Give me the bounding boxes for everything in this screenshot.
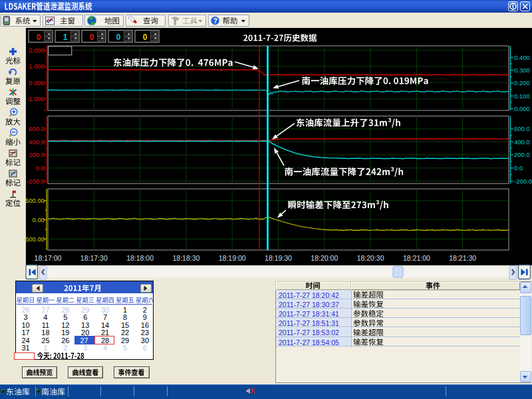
svg-text:600.0: 600.0 bbox=[514, 125, 530, 132]
svg-text:?: ? bbox=[213, 17, 217, 25]
svg-text:18:19:30: 18:19:30 bbox=[265, 254, 292, 262]
svg-text:18:17:30: 18:17:30 bbox=[80, 254, 108, 262]
svg-text:400.0: 400.0 bbox=[514, 138, 530, 146]
svg-text:0.0: 0.0 bbox=[36, 164, 45, 172]
svg-text:0: 0 bbox=[143, 33, 148, 42]
svg-text:-1.000: -1.000 bbox=[27, 95, 45, 102]
svg-text:200.0: 200.0 bbox=[514, 151, 530, 158]
svg-text:0.000: 0.000 bbox=[29, 79, 45, 86]
svg-text:1: 1 bbox=[63, 33, 68, 42]
svg-text:-200.0: -200.0 bbox=[27, 178, 45, 185]
svg-text:600.0: 600.0 bbox=[29, 125, 45, 132]
svg-text:0.200: 0.200 bbox=[514, 79, 530, 86]
svg-text:18:18:00: 18:18:00 bbox=[126, 254, 154, 262]
svg-text:0.400: 0.400 bbox=[514, 54, 530, 61]
svg-text:0.300: 0.300 bbox=[514, 66, 530, 74]
svg-text:-500.00: -500.00 bbox=[23, 235, 45, 243]
svg-text:2.000: 2.000 bbox=[29, 47, 45, 54]
svg-text:18:20:00: 18:20:00 bbox=[311, 254, 338, 262]
svg-text:18:18:30: 18:18:30 bbox=[172, 254, 200, 262]
svg-text:0.100: 0.100 bbox=[514, 92, 530, 100]
svg-text:-200.0: -200.0 bbox=[514, 178, 532, 185]
svg-text:0: 0 bbox=[90, 33, 94, 42]
svg-text:18:19:00: 18:19:00 bbox=[219, 254, 246, 262]
svg-text:0.00: 0.00 bbox=[33, 216, 45, 223]
svg-text:18:21:30: 18:21:30 bbox=[449, 254, 476, 262]
svg-text:1.000: 1.000 bbox=[29, 63, 45, 70]
svg-text:0.0: 0.0 bbox=[514, 164, 523, 172]
svg-text:200.0: 200.0 bbox=[29, 151, 45, 158]
svg-text:0: 0 bbox=[37, 33, 41, 42]
svg-text:500.00: 500.00 bbox=[25, 197, 45, 204]
svg-text:0.000: 0.000 bbox=[514, 105, 530, 112]
svg-text:400.0: 400.0 bbox=[29, 138, 45, 146]
svg-text:18:21:00: 18:21:00 bbox=[403, 254, 430, 262]
svg-text:18:17:00: 18:17:00 bbox=[35, 254, 62, 262]
svg-text:18:20:30: 18:20:30 bbox=[357, 254, 384, 262]
svg-text:0: 0 bbox=[116, 33, 121, 42]
